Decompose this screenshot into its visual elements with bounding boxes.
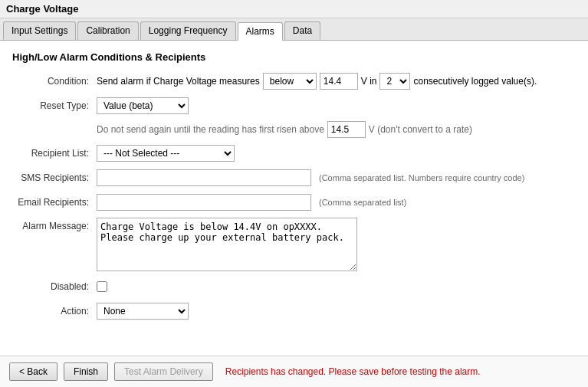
- condition-row: Condition: Send alarm if Charge Voltage …: [12, 72, 576, 90]
- sms-input[interactable]: [97, 169, 311, 186]
- alarm-message-label: Alarm Message:: [12, 218, 97, 231]
- condition-label: Condition:: [12, 76, 97, 87]
- finish-button[interactable]: Finish: [64, 362, 108, 381]
- alarm-message-textarea[interactable]: Charge Voltage is below 14.4V on opXXXX.…: [97, 218, 357, 271]
- alarm-message-row: Alarm Message: Charge Voltage is below 1…: [12, 218, 576, 271]
- dont-send-row: Do not send again until the reading has …: [97, 121, 576, 138]
- tab-calibration[interactable]: Calibration: [77, 21, 138, 40]
- email-input[interactable]: [97, 194, 311, 211]
- unit-text: V in: [361, 76, 377, 87]
- sms-row: SMS Recipients: (Comma separated list. N…: [12, 169, 576, 187]
- disabled-checkbox[interactable]: [97, 281, 107, 292]
- recipient-list-select[interactable]: --- Not Selected ---: [97, 145, 235, 162]
- tab-alarms[interactable]: Alarms: [238, 22, 283, 41]
- page-title: Charge Voltage: [0, 0, 588, 18]
- dont-send-prefix: Do not send again until the reading has …: [97, 124, 324, 135]
- alarm-message-field: Charge Voltage is below 14.4V on opXXXX.…: [97, 218, 357, 271]
- recipient-list-label: Recipient List:: [12, 148, 97, 159]
- disabled-row: Disabled:: [12, 277, 576, 296]
- tab-data[interactable]: Data: [284, 21, 320, 40]
- condition-fields: Send alarm if Charge Voltage measures be…: [97, 73, 537, 90]
- disabled-label: Disabled:: [12, 281, 97, 292]
- tab-logging-frequency[interactable]: Logging Frequency: [140, 21, 236, 40]
- reset-type-label: Reset Type:: [12, 100, 97, 111]
- reset-type-field: Value (beta) Immediate: [97, 97, 189, 114]
- consecutive-suffix: consecutively logged value(s).: [413, 76, 537, 87]
- reset-type-select[interactable]: Value (beta) Immediate: [97, 97, 189, 114]
- tab-input-settings[interactable]: Input Settings: [3, 21, 76, 40]
- content-area: High/Low Alarm Conditions & Recipients C…: [0, 41, 588, 337]
- sms-label: SMS Recipients:: [12, 172, 97, 183]
- email-row: Email Recipients: (Comma separated list): [12, 193, 576, 212]
- main-container: Charge Voltage Input Settings Calibratio…: [0, 0, 588, 387]
- tab-bar: Input Settings Calibration Logging Frequ…: [0, 18, 588, 41]
- threshold-input[interactable]: [327, 121, 366, 138]
- action-select[interactable]: None Option 1: [97, 303, 189, 320]
- email-label: Email Recipients:: [12, 197, 97, 208]
- condition-select[interactable]: below above: [263, 73, 317, 90]
- consecutive-select[interactable]: 2 1 3 4 5: [379, 73, 410, 90]
- section-title: High/Low Alarm Conditions & Recipients: [12, 51, 576, 63]
- action-row: Action: None Option 1: [12, 302, 576, 320]
- voltage-input[interactable]: [320, 73, 358, 90]
- warning-text: Recipients has changed. Please save befo…: [225, 366, 481, 377]
- condition-prefix-text: Send alarm if Charge Voltage measures: [97, 76, 260, 87]
- email-hint: (Comma separated list): [319, 198, 406, 207]
- sms-hint: (Comma separated list. Numbers require c…: [319, 173, 524, 182]
- disabled-field: [97, 281, 107, 292]
- test-alarm-button[interactable]: Test Alarm Delivery: [114, 362, 213, 381]
- reset-type-row: Reset Type: Value (beta) Immediate: [12, 97, 576, 115]
- action-field: None Option 1: [97, 303, 189, 320]
- sms-field: (Comma separated list. Numbers require c…: [97, 169, 524, 186]
- email-field: (Comma separated list): [97, 194, 406, 211]
- recipient-list-field: --- Not Selected ---: [97, 145, 235, 162]
- dont-send-suffix: V (don't convert to a rate): [369, 124, 472, 135]
- bottom-bar: < Back Finish Test Alarm Delivery Recipi…: [0, 356, 588, 387]
- back-button[interactable]: < Back: [9, 362, 57, 381]
- recipient-list-row: Recipient List: --- Not Selected ---: [12, 144, 576, 162]
- action-label: Action:: [12, 306, 97, 316]
